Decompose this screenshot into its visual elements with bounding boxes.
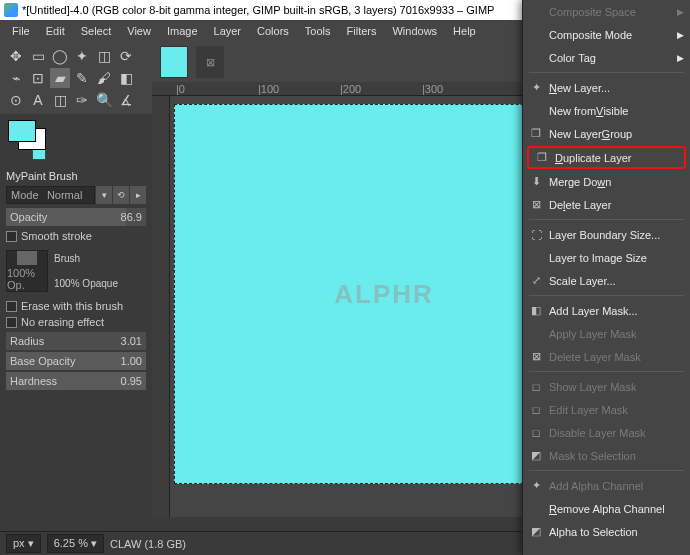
fg-color-swatch[interactable]: [8, 120, 36, 142]
ctx-add-layer-mask-[interactable]: ◧Add Layer Mask...: [523, 299, 690, 322]
menu-help[interactable]: Help: [445, 25, 484, 37]
mode-dropdown-icon[interactable]: ▾: [96, 186, 112, 204]
tool-clone-icon[interactable]: ⊙: [6, 90, 26, 110]
menu-edit[interactable]: Edit: [38, 25, 73, 37]
ctx-scale-layer-[interactable]: ⤢Scale Layer...: [523, 269, 690, 292]
tool-crop-icon[interactable]: ◫: [94, 46, 114, 66]
radius-slider[interactable]: Radius3.01: [6, 332, 146, 350]
status-zoom[interactable]: 6.25 % ▾: [47, 534, 104, 553]
menu-colors[interactable]: Colors: [249, 25, 297, 37]
ctx-composite-mode[interactable]: Composite Mode▶: [523, 23, 690, 46]
document-tab-close-icon[interactable]: ⊠: [196, 46, 224, 78]
ctx-edit-layer-mask: □Edit Layer Mask: [523, 398, 690, 421]
menu-layer[interactable]: Layer: [206, 25, 250, 37]
ctx-delete-layer[interactable]: ⊠Delete Layer: [523, 193, 690, 216]
mode-select[interactable]: Mode Normal: [6, 186, 95, 204]
brush-label: Brush: [54, 253, 118, 264]
ctx-alpha-to-selection[interactable]: ◩Alpha to Selection: [523, 520, 690, 543]
ctx-new-layer-group[interactable]: ❐New Layer Group: [523, 122, 690, 145]
tool-picker-icon[interactable]: ✑: [72, 90, 92, 110]
menu-image[interactable]: Image: [159, 25, 206, 37]
ctx-new-from-visible[interactable]: New from Visible: [523, 99, 690, 122]
watermark-text: ALPHR: [334, 279, 434, 310]
tool-rect-select-icon[interactable]: ▭: [28, 46, 48, 66]
toolbox: ✥ ▭ ◯ ✦ ◫ ⟳ ⌁ ⊡ ▰ ✎ 🖌 ◧ ⊙ A ◫ ✑ 🔍 ∡: [0, 42, 152, 114]
tool-rotate-icon[interactable]: ⟳: [116, 46, 136, 66]
tool-eraser-icon[interactable]: ◧: [116, 68, 136, 88]
tool-wand-icon[interactable]: ✦: [72, 46, 92, 66]
status-unit[interactable]: px ▾: [6, 534, 41, 553]
layer-context-menu: Composite Space▶Composite Mode▶Color Tag…: [522, 0, 690, 555]
brush-opaque-label: 100% Opaque: [54, 278, 118, 289]
tool-path-icon[interactable]: ◫: [50, 90, 70, 110]
color-swatches[interactable]: [0, 114, 152, 166]
app-logo-icon: [4, 3, 18, 17]
tool-lasso-icon[interactable]: ◯: [50, 46, 70, 66]
smooth-stroke-checkbox[interactable]: Smooth stroke: [6, 230, 146, 242]
tool-text-icon[interactable]: ⊡: [28, 68, 48, 88]
mode-reset-icon[interactable]: ⟲: [113, 186, 129, 204]
tool-zoom-icon[interactable]: 🔍: [94, 90, 114, 110]
tool-options-title: MyPaint Brush: [6, 170, 146, 182]
ctx-apply-layer-mask: Apply Layer Mask: [523, 322, 690, 345]
menu-tools[interactable]: Tools: [297, 25, 339, 37]
tool-options: MyPaint Brush Mode Normal ▾ ⟲ ▸ Opacity8…: [0, 166, 152, 531]
mode-more-icon[interactable]: ▸: [130, 186, 146, 204]
ctx-mask-to-selection: ◩Mask to Selection: [523, 444, 690, 467]
tool-textA-icon[interactable]: A: [28, 90, 48, 110]
tool-move-icon[interactable]: ✥: [6, 46, 26, 66]
opacity-slider[interactable]: Opacity86.9: [6, 208, 146, 226]
ruler-vertical: [152, 96, 170, 517]
base-opacity-slider[interactable]: Base Opacity1.00: [6, 352, 146, 370]
ctx-new-layer-[interactable]: ✦New Layer...: [523, 76, 690, 99]
title-text: *[Untitled]-4.0 (RGB color 8-bit gamma i…: [22, 4, 494, 16]
ctx-duplicate-layer[interactable]: ❐Duplicate Layer: [527, 146, 686, 169]
hardness-slider[interactable]: Hardness0.95: [6, 372, 146, 390]
ctx-color-tag[interactable]: Color Tag▶: [523, 46, 690, 69]
ctx-delete-layer-mask: ⊠Delete Layer Mask: [523, 345, 690, 368]
brush-preview[interactable]: 100% Op.: [6, 250, 48, 292]
tool-warp-icon[interactable]: ⌁: [6, 68, 26, 88]
ctx-add-alpha-channel: ✦Add Alpha Channel: [523, 474, 690, 497]
ctx-remove-alpha-channel[interactable]: Remove Alpha Channel: [523, 497, 690, 520]
menu-file[interactable]: File: [4, 25, 38, 37]
tool-pencil-icon[interactable]: ✎: [72, 68, 92, 88]
ctx-layer-to-image-size[interactable]: Layer to Image Size: [523, 246, 690, 269]
no-erase-checkbox[interactable]: No erasing effect: [6, 316, 146, 328]
menu-select[interactable]: Select: [73, 25, 120, 37]
menu-view[interactable]: View: [119, 25, 159, 37]
tool-bucket-icon[interactable]: ▰: [50, 68, 70, 88]
menu-windows[interactable]: Windows: [384, 25, 445, 37]
left-panel: ✥ ▭ ◯ ✦ ◫ ⟳ ⌁ ⊡ ▰ ✎ 🖌 ◧ ⊙ A ◫ ✑ 🔍 ∡ MyPa…: [0, 42, 152, 531]
menu-filters[interactable]: Filters: [339, 25, 385, 37]
document-tab-thumb[interactable]: [160, 46, 188, 78]
ctx-layer-boundary-size-[interactable]: ⛶Layer Boundary Size...: [523, 223, 690, 246]
ctx-disable-layer-mask: □Disable Layer Mask: [523, 421, 690, 444]
ctx-composite-space: Composite Space▶: [523, 0, 690, 23]
ctx-merge-down[interactable]: ⬇Merge Down: [523, 170, 690, 193]
tool-measure-icon[interactable]: ∡: [116, 90, 136, 110]
status-info: CLAW (1.8 GB): [110, 538, 186, 550]
tool-brush-icon[interactable]: 🖌: [94, 68, 114, 88]
erase-checkbox[interactable]: Erase with this brush: [6, 300, 146, 312]
ctx-show-layer-mask: □Show Layer Mask: [523, 375, 690, 398]
